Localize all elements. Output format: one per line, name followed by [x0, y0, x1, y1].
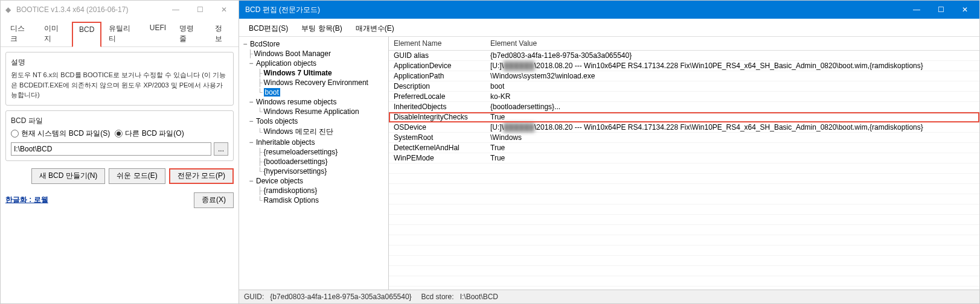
table-row-empty	[389, 266, 979, 276]
tree-node[interactable]: −Device objects	[240, 176, 387, 186]
table-row-empty	[389, 184, 979, 194]
tree-node[interactable]: ├{ramdiskoptions}	[240, 186, 387, 195]
table-row-empty	[389, 174, 979, 184]
new-bcd-button[interactable]: 새 BCD 만들기(N)	[31, 168, 106, 184]
table-row[interactable]: Descriptionboot	[389, 81, 979, 92]
table-row[interactable]: DetectKernelAndHalTrue	[389, 143, 979, 153]
bcd-edit-window: BCD 편집 (전문가모드) — ☐ ✕ BCD편집(S)부팅 항목(B)매개변…	[239, 0, 980, 304]
bootice-main-window: ◆ BOOTICE v1.3.4 x64 (2016-06-17) — ☐ ✕ …	[0, 0, 239, 304]
table-row[interactable]: SystemRoot\Windows	[389, 133, 979, 143]
translator-link[interactable]: 한글화 : 로웰	[5, 195, 48, 205]
tree-node[interactable]: └boot	[240, 87, 387, 97]
tab-디스크[interactable]: 디스크	[4, 21, 37, 46]
bcd-file-legend: BCD 파일	[11, 116, 228, 126]
table-row[interactable]: ApplicationPath\Windows\system32\winload…	[389, 71, 979, 81]
table-row-empty	[389, 225, 979, 235]
table-row-empty	[389, 204, 979, 215]
table-row[interactable]: InheritedObjects{bootloadersettings}...	[389, 102, 979, 112]
titlebar[interactable]: BCD 편집 (전문가모드) — ☐ ✕	[239, 1, 979, 19]
table-body[interactable]: GUID alias{b7ed0803-a4fa-11e8-975a-305a3…	[389, 51, 979, 290]
tree-node[interactable]: −Tools objects	[240, 116, 387, 126]
table-row[interactable]: ApplicationDevice[U:]\██████\2018.08.20 …	[389, 61, 979, 71]
minimize-button[interactable]: —	[164, 1, 188, 19]
description-legend: 설명	[11, 57, 228, 68]
description-text: 윈도우 NT 6.x의 BCD를 BOOTICE로 보거나 수정할 수 있습니다…	[11, 70, 228, 100]
status-store: Bcd store: I:\Boot\BCD	[421, 293, 498, 301]
bcd-path-input[interactable]	[11, 142, 211, 156]
tree-node[interactable]: −Application objects	[240, 59, 387, 68]
bcd-tree[interactable]: −BcdStore├Windows Boot Manager−Applicati…	[239, 37, 389, 290]
easy-mode-button[interactable]: 쉬운 모드(E)	[109, 168, 165, 184]
tree-node[interactable]: ├{resumeloadersettings}	[240, 147, 387, 157]
menu-item[interactable]: BCD편집(S)	[243, 21, 294, 36]
tab-BCD[interactable]: BCD	[72, 22, 101, 47]
tab-명령 줄[interactable]: 명령 줄	[173, 21, 208, 46]
close-button[interactable]: ✕	[212, 1, 236, 19]
table-row-empty	[389, 245, 979, 256]
description-group: 설명 윈도우 NT 6.x의 BCD를 BOOTICE로 보거나 수정할 수 있…	[5, 52, 234, 106]
menu-item[interactable]: 부팅 항목(B)	[295, 21, 348, 36]
maximize-button[interactable]: ☐	[929, 1, 953, 19]
table-row[interactable]: GUID alias{b7ed0803-a4fa-11e8-975a-305a3…	[389, 51, 979, 61]
tree-node[interactable]: ├Windows 7 Ultimate	[240, 68, 387, 78]
exit-button[interactable]: 종료(X)	[194, 192, 234, 208]
tab-이미지[interactable]: 이미지	[38, 21, 71, 46]
tree-toggle-icon[interactable]: −	[248, 177, 255, 185]
radio-other-bcd[interactable]: 다른 BCD 파일(O)	[115, 128, 184, 139]
tree-node[interactable]: −Windows resume objects	[240, 97, 387, 107]
tab-UEFI[interactable]: UEFI	[144, 21, 172, 46]
tree-toggle-icon[interactable]: −	[248, 98, 255, 106]
window-title: BCD 편집 (전문가모드)	[242, 5, 905, 15]
tree-node[interactable]: ├{bootloadersettings}	[240, 157, 387, 166]
tree-node[interactable]: └Windows Resume Application	[240, 107, 387, 116]
bcd-file-group: BCD 파일 현재 시스템의 BCD 파일(S) 다른 BCD 파일(O) ..…	[5, 110, 234, 161]
table-row-empty	[389, 215, 979, 225]
tree-toggle-icon[interactable]: −	[242, 40, 249, 48]
table-row-empty	[389, 163, 979, 174]
header-name[interactable]: Element Name	[394, 39, 490, 48]
radio-icon	[115, 130, 123, 138]
tree-toggle-icon[interactable]: −	[248, 59, 255, 68]
table-row[interactable]: OSDevice[U:]\██████\2018.08.20 --- Win10…	[389, 122, 979, 133]
tab-유틸리티[interactable]: 유틸리티	[103, 21, 142, 46]
table-row[interactable]: DisableIntegrityChecksTrue	[389, 112, 979, 122]
status-guid: GUID: {b7ed0803-a4fa-11e8-975a-305a3a065…	[244, 293, 412, 301]
minimize-button[interactable]: —	[905, 1, 929, 19]
tree-node[interactable]: −Inheritable objects	[240, 138, 387, 147]
table-row-empty	[389, 256, 979, 266]
expert-mode-button[interactable]: 전문가 모드(P)	[169, 168, 234, 184]
table-row-empty	[389, 276, 979, 287]
menubar: BCD편집(S)부팅 항목(B)매개변수(E)	[239, 19, 979, 37]
titlebar[interactable]: ◆ BOOTICE v1.3.4 x64 (2016-06-17) — ☐ ✕	[1, 1, 239, 19]
tree-node[interactable]: └{hypervisorsettings}	[240, 166, 387, 176]
radio-current-bcd[interactable]: 현재 시스템의 BCD 파일(S)	[11, 128, 110, 139]
window-title: BOOTICE v1.3.4 x64 (2016-06-17)	[16, 5, 164, 14]
statusbar: GUID: {b7ed0803-a4fa-11e8-975a-305a3a065…	[239, 290, 979, 303]
tree-toggle-icon[interactable]: −	[248, 117, 255, 125]
tree-toggle-icon[interactable]: −	[248, 138, 255, 147]
browse-button[interactable]: ...	[214, 142, 228, 156]
header-value[interactable]: Element Value	[490, 39, 975, 48]
radio-icon	[11, 130, 19, 138]
app-icon: ◆	[3, 5, 13, 14]
menu-item[interactable]: 매개변수(E)	[350, 21, 400, 36]
close-button[interactable]: ✕	[953, 1, 977, 19]
tree-node[interactable]: ├Windows Recovery Environment	[240, 78, 387, 87]
table-row[interactable]: PreferredLocaleko-KR	[389, 92, 979, 102]
table-row-empty	[389, 235, 979, 245]
tree-node[interactable]: ├Windows Boot Manager	[240, 49, 387, 59]
table-header: Element Name Element Value	[389, 37, 979, 51]
tab-정보[interactable]: 정보	[209, 21, 235, 46]
maximize-button[interactable]: ☐	[188, 1, 212, 19]
tree-node[interactable]: └Windows 메모리 진단	[240, 126, 387, 138]
main-tabs: 디스크이미지BCD유틸리티UEFI명령 줄정보	[1, 19, 239, 47]
tree-node[interactable]: └Ramdisk Options	[240, 195, 387, 205]
tree-node[interactable]: −BcdStore	[240, 39, 387, 49]
table-row[interactable]: WinPEModeTrue	[389, 153, 979, 163]
table-row-empty	[389, 194, 979, 204]
